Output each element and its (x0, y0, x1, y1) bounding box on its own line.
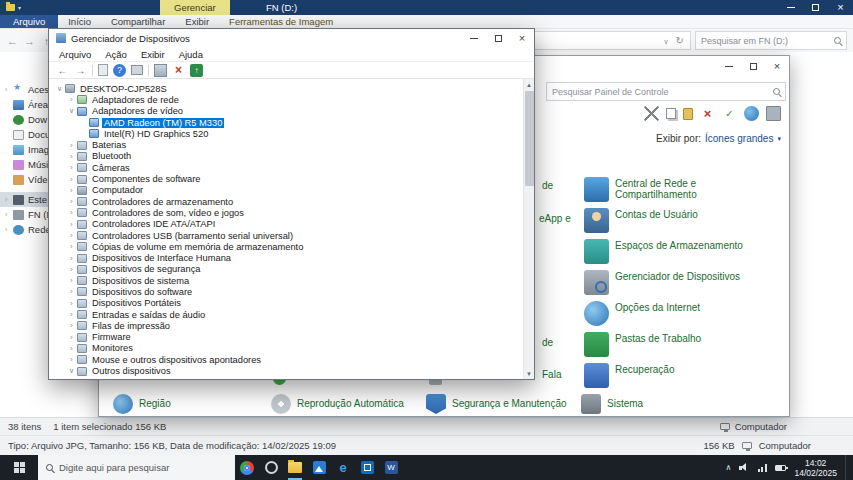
expander-icon[interactable]: › (67, 243, 76, 250)
expander-icon[interactable]: › (67, 266, 76, 273)
minimize-button[interactable] (778, 0, 803, 15)
expander-icon[interactable]: › (67, 221, 76, 228)
expander-icon[interactable]: › (67, 322, 76, 329)
word-icon[interactable] (379, 455, 403, 480)
device-baterias[interactable]: ›Baterias (49, 139, 523, 150)
device-controladores-de-armazenamento[interactable]: ›Controladores de armazenamento (49, 196, 523, 207)
device-bluetooth[interactable]: ›Bluetooth (49, 151, 523, 162)
expander-icon[interactable]: › (67, 142, 76, 149)
chevron-down-icon[interactable] (663, 35, 668, 46)
expander-icon[interactable]: ∨ (55, 85, 64, 93)
contextual-tab-header[interactable]: Gerenciar (160, 0, 230, 15)
device-computador[interactable]: ›Computador (49, 185, 523, 196)
expander-icon[interactable]: › (67, 153, 76, 160)
expander-icon[interactable]: › (67, 345, 76, 352)
expander-icon[interactable]: › (67, 198, 76, 205)
back-icon[interactable] (56, 64, 69, 77)
device-controladores-usb-barramento-serial-universal[interactable]: ›Controladores USB (barramento serial un… (49, 230, 523, 241)
expander-icon[interactable]: › (67, 288, 76, 295)
network-icon[interactable] (757, 464, 767, 472)
cortana-icon[interactable] (259, 455, 283, 480)
device-componentes-de-software[interactable]: ›Componentes de software (49, 173, 523, 184)
file-explorer-icon[interactable] (283, 455, 307, 480)
expander-icon[interactable]: ∨ (67, 107, 76, 115)
device-dispositivos-de-sistema[interactable]: ›Dispositivos de sistema (49, 275, 523, 286)
expander-icon[interactable]: › (67, 300, 76, 307)
expander-icon[interactable]: › (5, 211, 13, 218)
expander-icon[interactable]: › (67, 164, 76, 171)
taskbar-search-input[interactable] (59, 462, 227, 473)
scroll-down-arrow[interactable]: ▼ (524, 368, 534, 379)
expander-icon[interactable]: › (5, 226, 13, 233)
explorer-search-input[interactable] (701, 36, 830, 46)
device-adaptadores-de-rede[interactable]: ›Adaptadores de rede (49, 94, 523, 105)
expander-icon[interactable]: › (67, 187, 76, 194)
maximize-button[interactable] (803, 0, 828, 15)
device-monitores[interactable]: ›Monitores (49, 343, 523, 354)
start-button[interactable] (0, 455, 38, 480)
ribbon-tab-arquivo[interactable]: Arquivo (0, 15, 58, 28)
update-driver-icon[interactable] (190, 64, 203, 77)
chrome-icon[interactable] (235, 455, 259, 480)
photos-icon[interactable] (307, 455, 331, 480)
volume-icon[interactable] (739, 463, 749, 472)
ribbon-tab-inicio[interactable]: Início (58, 15, 101, 28)
refresh-icon[interactable] (676, 35, 684, 46)
expander-icon[interactable]: › (67, 277, 76, 284)
device-intel-r-hd-graphics-520[interactable]: Intel(R) HD Graphics 520 (49, 128, 523, 139)
uninstall-device-icon[interactable] (172, 64, 185, 77)
expander-icon[interactable]: › (67, 96, 76, 103)
device-desktop-cjp528s[interactable]: ∨DESKTOP-CJP528S (49, 83, 523, 94)
close-button[interactable] (828, 0, 853, 15)
device-firmware[interactable]: ›Firmware (49, 332, 523, 343)
expander-icon[interactable]: › (5, 196, 13, 203)
taskbar-clock[interactable]: 14:02 14/02/2025 (794, 458, 837, 478)
device-cameras[interactable]: ›Câmeras (49, 162, 523, 173)
expander-icon[interactable]: › (67, 334, 76, 341)
expander-icon[interactable]: › (67, 311, 76, 318)
chevron-up-icon[interactable]: ∧ (726, 463, 732, 472)
forward-button[interactable] (23, 35, 36, 47)
device-dispositivos-portateis[interactable]: ›Dispositivos Portáteis (49, 298, 523, 309)
scroll-up-arrow[interactable]: ▲ (524, 79, 534, 90)
ribbon-tab-compartilhar[interactable]: Compartilhar (101, 15, 175, 28)
store-icon[interactable] (355, 455, 379, 480)
menu-exibir[interactable]: Exibir (134, 49, 172, 60)
battery-icon[interactable] (775, 465, 786, 471)
export-list-icon[interactable] (98, 64, 108, 76)
device-controladores-de-som-video-e-jogos[interactable]: ›Controladores de som, vídeo e jogos (49, 207, 523, 218)
expander-icon[interactable]: › (67, 356, 76, 363)
expander-icon[interactable]: › (5, 86, 13, 93)
device-mouse-e-outros-dispositivos-apontadores[interactable]: ›Mouse e outros dispositivos apontadores (49, 354, 523, 365)
forward-icon[interactable] (74, 64, 87, 77)
scan-hardware-icon[interactable] (154, 64, 167, 77)
menu-acao[interactable]: Ação (98, 49, 134, 60)
properties-icon[interactable] (131, 65, 143, 75)
chevron-down-icon[interactable]: ▾ (18, 4, 21, 11)
device-dispositivos-do-software[interactable]: ›Dispositivos do software (49, 286, 523, 297)
expander-icon[interactable]: ∨ (67, 367, 76, 375)
device-controladores-ide-ata-atapi[interactable]: ›Controladores IDE ATA/ATAPI (49, 219, 523, 230)
close-button[interactable] (510, 29, 534, 47)
scrollbar-thumb[interactable] (525, 91, 534, 186)
device-entradas-e-saidas-de-audio[interactable]: ›Entradas e saídas de áudio (49, 309, 523, 320)
expander-icon[interactable]: › (67, 209, 76, 216)
expander-icon[interactable]: › (67, 255, 76, 262)
device-dispositivos-de-seguranca[interactable]: ›Dispositivos de segurança (49, 264, 523, 275)
show-desktop-button[interactable] (845, 455, 849, 480)
device-outros-dispositivos[interactable]: ∨Outros dispositivos (49, 365, 523, 376)
device-filas-de-impressao[interactable]: ›Filas de impressão (49, 320, 523, 331)
device-amd-radeon-tm-r5-m330[interactable]: AMD Radeon (TM) R5 M330 (49, 117, 523, 128)
menu-ajuda[interactable]: Ajuda (172, 49, 210, 60)
minimize-button[interactable] (462, 29, 486, 47)
scrollbar[interactable]: ▲ ▼ (523, 79, 534, 379)
device-adaptadores-de-video[interactable]: ∨Adaptadores de vídeo (49, 106, 523, 117)
ribbon-tab-exibir[interactable]: Exibir (175, 15, 219, 28)
maximize-button[interactable] (486, 29, 510, 47)
expander-icon[interactable]: › (67, 232, 76, 239)
edge-icon[interactable] (331, 455, 355, 480)
help-icon[interactable] (113, 64, 126, 77)
expander-icon[interactable]: › (67, 176, 76, 183)
device-copias-de-volume-em-memoria-de-armazenamento[interactable]: ›Cópias de volume em memória de armazena… (49, 241, 523, 252)
device-dispositivos-de-interface-humana[interactable]: ›Dispositivos de Interface Humana (49, 252, 523, 263)
